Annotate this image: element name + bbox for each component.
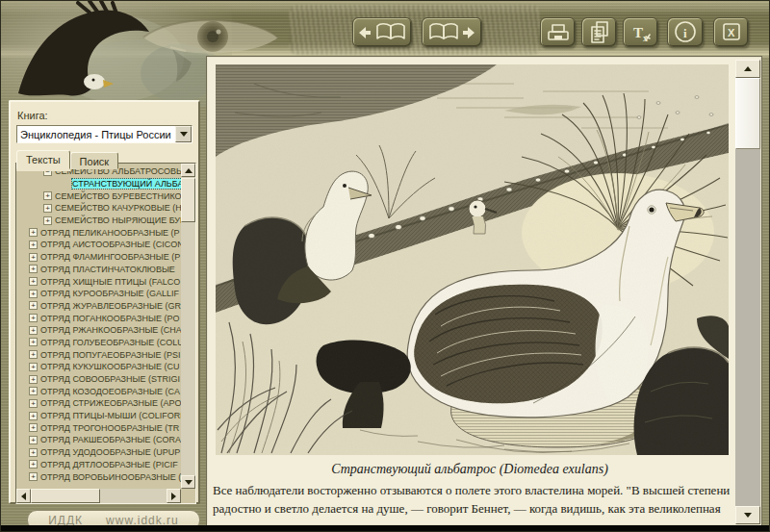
- bird-photo-backdrop: [1, 1, 232, 109]
- tree-item[interactable]: +ОТРЯД КУКУШКООБРАЗНЫЕ (CU: [16, 361, 181, 373]
- tree-item[interactable]: +ОТРЯД КОЗОДОЕОБРАЗНЫЕ (CA: [16, 385, 181, 397]
- book-label: Книга:: [17, 110, 192, 121]
- tree-item[interactable]: +ОТРЯД РЖАНКООБРАЗНЫЕ (CHA: [16, 324, 181, 337]
- expand-icon[interactable]: +: [43, 216, 52, 225]
- tree-item[interactable]: +СЕМЕЙСТВО БУРЕВЕСТНИКОВЫЕ: [16, 190, 181, 202]
- expand-icon[interactable]: +: [29, 290, 38, 298]
- prev-page-button[interactable]: [352, 17, 412, 47]
- expand-icon[interactable]: +: [43, 191, 52, 200]
- fur-texture: [290, 5, 540, 55]
- expand-icon[interactable]: +: [29, 326, 38, 335]
- tree-item[interactable]: +ОТРЯД ПТИЦЫ-МЫШИ (COLIFORN: [16, 410, 181, 422]
- tree-item[interactable]: +ОТРЯД СТРИЖЕОБРАЗНЫЕ (APO: [16, 397, 181, 410]
- combobox-dropdown-button[interactable]: [175, 126, 192, 142]
- tree-item[interactable]: +ОТРЯД ПЛАСТИНЧАТОКЛЮВЫЕ: [16, 264, 181, 276]
- book-combobox[interactable]: Энциклопедия - Птицы России: [16, 125, 192, 143]
- expand-icon[interactable]: +: [29, 387, 38, 395]
- sidebar-tabs: Тексты Поиск: [16, 150, 192, 169]
- copy-text-button[interactable]: [581, 17, 617, 47]
- tree-scroll-down-button[interactable]: [181, 475, 195, 489]
- tree-item[interactable]: +ОТРЯД СОВООБРАЗНЫЕ (STRIGI: [16, 373, 181, 386]
- expand-icon[interactable]: +: [43, 204, 52, 213]
- tree-item[interactable]: +ОТРЯД ФЛАМИНГООБРАЗНЫЕ (P: [16, 251, 181, 264]
- eagle-head: [84, 74, 105, 89]
- tree-item[interactable]: +ОТРЯД ПЕЛИКАНООБРАЗНЫЕ (P: [16, 226, 181, 239]
- tree-item[interactable]: +ОТРЯД ЖУРАВЛЕОБРАЗНЫЕ (GR: [16, 300, 181, 313]
- tree-vscroll-thumb[interactable]: [181, 178, 195, 222]
- tree-item[interactable]: +ОТРЯД ДЯТЛООБРАЗНЫЕ (PICIF: [16, 459, 181, 471]
- tree-item-label: ОТРЯД РЖАНКООБРАЗНЫЕ (CHA: [40, 325, 181, 335]
- expand-icon[interactable]: +: [29, 375, 38, 384]
- expand-icon[interactable]: +: [29, 314, 38, 322]
- tree-item[interactable]: +ОТРЯД ВОРОБЬИНООБРАЗНЫЕ (: [16, 470, 181, 483]
- tree-hscroll-thumb[interactable]: [31, 489, 100, 503]
- tree-item[interactable]: +ОТРЯД УДОДООБРАЗНЫЕ (UPUP: [16, 446, 181, 459]
- expand-icon[interactable]: +: [29, 399, 38, 408]
- tree-item[interactable]: +СЕМЕЙСТВО НЫРЯЮЩИЕ БУРЕВЕСТНИКИ: [16, 215, 181, 227]
- expand-icon[interactable]: +: [29, 277, 38, 286]
- expand-icon[interactable]: +: [29, 423, 38, 432]
- tree-item[interactable]: +ОТРЯД КУРООБРАЗНЫЕ (GALLIF: [16, 288, 181, 300]
- tree-item-label: ОТРЯД ПТИЦЫ-МЫШИ (COLIFORN: [40, 411, 181, 420]
- exit-button[interactable]: X: [713, 17, 749, 47]
- tab-texts[interactable]: Тексты: [16, 150, 70, 169]
- print-button[interactable]: [540, 17, 576, 47]
- book-combobox-value: Энциклопедия - Птицы России: [17, 129, 175, 140]
- expand-icon[interactable]: +: [29, 253, 38, 262]
- tree-item[interactable]: +ОТРЯД ПОГАНКООБРАЗНЫЕ (PO: [16, 312, 181, 324]
- article-text: Все наблюдатели восторженно отзываются о…: [213, 481, 732, 526]
- tree-vertical-scrollbar[interactable]: [181, 164, 195, 489]
- book-arrow-left-icon: [354, 19, 410, 45]
- eye-graphic: [143, 20, 278, 54]
- tree-item-label: ОТРЯД ПОГАНКООБРАЗНЫЕ (PO: [40, 314, 179, 323]
- content-scroll-thumb[interactable]: [735, 78, 760, 149]
- tree-scroll-left-button[interactable]: [16, 489, 31, 503]
- arrow-up-icon: [744, 63, 752, 71]
- tree-item[interactable]: +СЕМЕЙСТВО КАЧУРКОВЫЕ (H: [16, 202, 181, 215]
- tree-item[interactable]: +ОТРЯД ПОПУГАЕОБРАЗНЫЕ (PSI: [16, 348, 181, 361]
- tree-scroll-right-button[interactable]: [167, 489, 181, 503]
- text-settings-button[interactable]: T x: [623, 17, 658, 47]
- expand-icon[interactable]: +: [29, 412, 38, 420]
- eagle-beak: [103, 80, 114, 88]
- expand-icon[interactable]: +: [29, 472, 38, 481]
- close-icon: X: [717, 19, 746, 45]
- book-arrow-right-icon: [424, 19, 480, 45]
- tree-item[interactable]: +ОТРЯД ТРОГОНООБРАЗНЫЕ (TR: [16, 421, 181, 434]
- expand-icon[interactable]: +: [29, 241, 38, 249]
- svg-text:T: T: [633, 25, 643, 40]
- tree-view: −СЕМЕЙСТВО АЛЬБАТРОСОВЫСТРАНСТВУЮЩИЙ АЛЬ…: [15, 163, 196, 504]
- expand-icon[interactable]: +: [29, 301, 38, 310]
- tree-item-selected[interactable]: СТРАНСТВУЮЩИЙ АЛЬБАТРОС: [16, 178, 181, 190]
- chevron-down-icon: [180, 132, 188, 140]
- tree-item-label: СЕМЕЙСТВО НЫРЯЮЩИЕ БУРЕВЕСТНИКИ: [55, 215, 181, 225]
- expand-icon[interactable]: +: [29, 460, 38, 469]
- expand-icon[interactable]: +: [29, 350, 38, 359]
- tree-item-label: ОТРЯД АИСТООБРАЗНЫЕ (CICON: [40, 240, 181, 249]
- content-scroll-down-button[interactable]: [735, 506, 760, 524]
- expand-icon[interactable]: +: [29, 363, 38, 371]
- next-page-button[interactable]: [422, 17, 482, 47]
- expand-icon[interactable]: +: [29, 338, 38, 346]
- tree-item-label: ОТРЯД ПОПУГАЕОБРАЗНЫЕ (PSI: [40, 350, 180, 360]
- about-button[interactable]: i: [667, 17, 704, 47]
- tab-search[interactable]: Поиск: [70, 152, 118, 169]
- expand-icon[interactable]: +: [29, 436, 38, 444]
- tree-item-label: ОТРЯД ЖУРАВЛЕОБРАЗНЫЕ (GR: [40, 301, 181, 311]
- tree-item[interactable]: +ОТРЯД РАКШЕОБРАЗНЫЕ (CORA: [16, 434, 181, 446]
- tree-item[interactable]: +ОТРЯД ХИЩНЫЕ ПТИЦЫ (FALCO: [16, 275, 181, 288]
- expand-icon[interactable]: +: [29, 228, 38, 237]
- tree-item-label: ОТРЯД ТРОГОНООБРАЗНЫЕ (TR: [40, 423, 179, 433]
- sidebar-panel: Книга: Энциклопедия - Птицы России Текст…: [9, 100, 200, 504]
- content-scrollbar[interactable]: [735, 60, 760, 524]
- tree-item-label: ОТРЯД РАКШЕОБРАЗНЫЕ (CORA: [40, 435, 181, 444]
- tree-item[interactable]: +ОТРЯД АИСТООБРАЗНЫЕ (CICON: [16, 239, 181, 251]
- content-scroll-up-button[interactable]: [735, 60, 760, 78]
- tree-item[interactable]: +ОТРЯД ГОЛУБЕОБРАЗНЫЕ (COLU: [16, 337, 181, 349]
- tree-item-label: ОТРЯД ХИЩНЫЕ ПТИЦЫ (FALCO: [40, 277, 180, 287]
- tree-horizontal-scrollbar[interactable]: [16, 489, 181, 503]
- tree-item-label: ОТРЯД УДОДООБРАЗНЫЕ (UPUP: [40, 447, 180, 457]
- tree-item-label: СЕМЕЙСТВО КАЧУРКОВЫЕ (H: [55, 203, 181, 213]
- expand-icon[interactable]: +: [29, 265, 38, 273]
- expand-icon[interactable]: +: [29, 448, 38, 457]
